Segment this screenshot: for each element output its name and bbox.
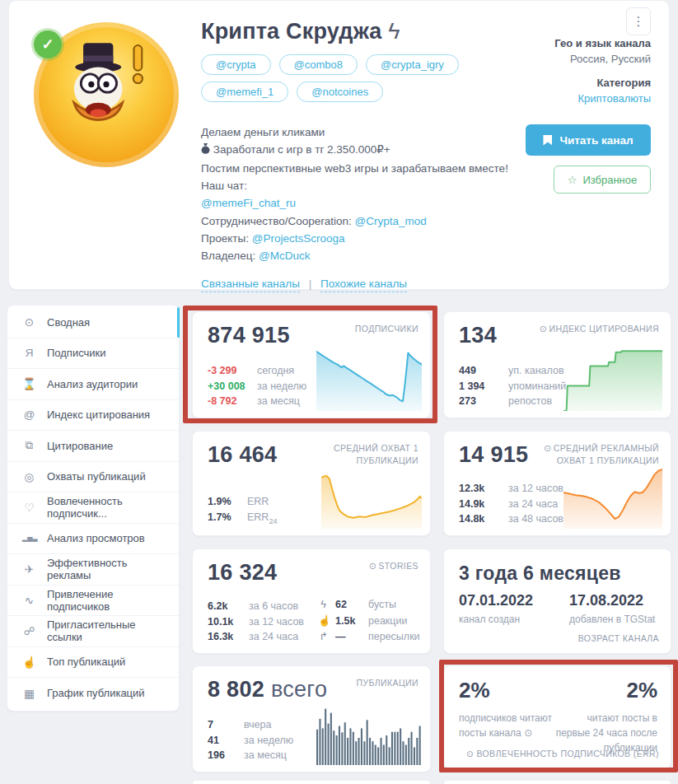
sidebar-item-label: Анализ просмотров (47, 532, 145, 544)
sidebar-menu: ⊙СводнаяЯПодписчики⌛Анализ аудитории@Инд… (7, 305, 180, 712)
added-date-label: добавлен в TGStat (569, 614, 655, 625)
sidebar-item[interactable]: ▦График публикаций (7, 678, 179, 709)
verified-badge-icon: ✓ (34, 30, 62, 58)
kebab-menu-button[interactable]: ⋮ (626, 7, 651, 35)
stat-value: 273 (459, 395, 500, 407)
channel-tag[interactable]: @crypta_igry (366, 54, 459, 75)
created-date: 07.01.2022 (459, 592, 533, 609)
bar-chart-icon: ▂▅▃ (22, 534, 36, 542)
err-left-value: 2% (459, 678, 570, 703)
stat-label: за неделю (257, 380, 306, 392)
calendar-icon: ▦ (22, 687, 36, 700)
stat-value: -8 792 (208, 395, 249, 407)
stat-label: за месяц (257, 395, 300, 407)
stat-value: 14.9k (459, 498, 500, 510)
sidebar-item[interactable]: ☍Пригласительные ссылки (7, 616, 179, 647)
hourglass-icon: ⌛ (22, 377, 36, 390)
sidebar-item[interactable]: ☝Топ публикаций (7, 647, 179, 679)
info-icon[interactable]: ⊙ (544, 443, 552, 453)
avg-reach-card-label: СРЕДНИЙ ОХВАТ 1 ПУБЛИКАЦИИ (324, 442, 418, 466)
stat-value: 1.5k (335, 615, 362, 627)
channel-title: Крипта Скруджа ϟ (201, 19, 514, 44)
sidebar-item[interactable]: ⧉Цитирование (7, 431, 179, 462)
channel-tag[interactable]: @crypta (201, 54, 271, 75)
sidebar-item[interactable]: ЯПодписчики (7, 338, 179, 370)
description-line: Делаем деньги кликами (201, 124, 514, 141)
info-icon[interactable]: ⊙ (369, 561, 377, 571)
star-icon: ☆ (568, 174, 577, 186)
stat-label: реакции (368, 615, 407, 627)
stories-card: 16 324 ⊙STORIES 6.2kза 6 часов 10.1kза 1… (192, 548, 431, 654)
subscribers-card-label: ПОДПИСЧИКИ (355, 323, 418, 335)
channel-tag[interactable]: @memefi_1 (201, 82, 288, 102)
chat-link[interactable]: @memeFi_chat_ru (201, 197, 296, 209)
related-channels-link[interactable]: Связанные каналы (201, 278, 300, 292)
description-line: Постим перспективные web3 игры и зарабат… (201, 160, 514, 177)
sidebar-item-label: Анализ аудитории (47, 378, 138, 390)
stat-label: за 24 часа (249, 631, 298, 642)
avg-reach-value: 16 464 (208, 442, 277, 468)
age-card-label: ВОЗРАСТ КАНАЛА (578, 633, 659, 643)
sidebar-item-label: Сводная (47, 316, 90, 329)
sidebar-item-label: Подписчики (47, 347, 106, 359)
stat-label: уп. каналов (508, 365, 564, 376)
stat-label: сегодня (257, 365, 294, 376)
sidebar-item[interactable]: ♡Вовлеченность подписчик... (7, 492, 179, 524)
info-icon[interactable]: ⊙ (524, 727, 532, 739)
stat-label: за 12 часов (508, 483, 563, 494)
avg-ad-reach-sparkline (563, 463, 662, 529)
sidebar-item[interactable]: ▂▅▃Анализ просмотров (7, 524, 179, 555)
stat-label: за неделю (244, 735, 293, 746)
category-label: Категория (478, 77, 651, 89)
stat-value: 7 (208, 719, 236, 730)
sidebar-item-label: Привлечение подписчиков (47, 588, 164, 613)
stat-value: 1 394 (459, 380, 500, 392)
heart-icon: ♡ (22, 501, 36, 514)
info-icon[interactable]: ⊙ (466, 749, 474, 758)
engagement-card: 2% подписчиков читают посты канала ⊙ 2% … (443, 665, 671, 769)
category-link[interactable]: Криптовалюты (478, 92, 651, 105)
sidebar-item[interactable]: ✈Эффективность рекламы (7, 554, 179, 586)
forward-icon: ↱ (318, 630, 329, 642)
stories-value: 16 324 (208, 560, 277, 586)
subscribers-sparkline (316, 342, 422, 411)
stat-value: — (335, 631, 362, 642)
gauge-icon: ⊙ (22, 315, 36, 329)
added-date: 17.08.2022 (569, 592, 655, 609)
sidebar-item[interactable]: ∿Привлечение подписчиков (7, 586, 179, 617)
similar-channels-link[interactable]: Похожие каналы (320, 278, 407, 292)
posts-card: 8 802 всего ПУБЛИКАЦИИ 7вчера 41за недел… (192, 665, 431, 772)
thumb-up-icon: ☝ (318, 614, 329, 627)
thumb-up-icon: ☝ (22, 656, 36, 669)
stat-value: +30 008 (208, 380, 249, 392)
info-icon[interactable]: ⊙ (540, 324, 548, 334)
profile-card: ✓ Крипта Скруджа ϟ @crypta@combo8@crypta… (8, 0, 670, 290)
stat-value: 1.7% (208, 511, 239, 523)
owner-link[interactable]: @McDuck (259, 250, 310, 262)
sidebar-item[interactable]: ⌛Анализ аудитории (7, 369, 179, 400)
channel-tag[interactable]: @combo8 (279, 54, 358, 75)
tag-list: @crypta@combo8@crypta_igry@memefi_1@notc… (201, 54, 485, 102)
stat-label: упоминаний (508, 380, 566, 392)
posts-card-label: ПУБЛИКАЦИИ (356, 677, 418, 689)
link-separator: | (309, 278, 312, 290)
channel-tag[interactable]: @notcoines (297, 82, 383, 102)
scrooge-coin-art (49, 34, 164, 156)
projects-link[interactable]: @ProjectsScrooga (252, 232, 345, 245)
stat-value: 6.2k (208, 600, 241, 612)
sidebar-item[interactable]: @Индекс цитирования (7, 400, 179, 432)
favorite-button[interactable]: ☆ Избранное (554, 166, 651, 194)
geo-label: Гео и язык канала (478, 37, 651, 49)
read-channel-button[interactable]: Читать канал (526, 124, 651, 156)
stat-value: 196 (208, 749, 236, 761)
cooperation-link[interactable]: @Crypta_mod (354, 215, 426, 227)
sidebar-item[interactable]: ◎Охваты публикаций (7, 462, 179, 493)
sidebar-item[interactable]: ⊙Сводная (7, 307, 179, 338)
boost-icon: ϟ (318, 599, 329, 610)
stat-value: 1.9% (208, 496, 239, 507)
lightning-icon: ϟ (388, 19, 400, 44)
sidebar-item-label: Пригласительные ссылки (47, 618, 164, 643)
avg-reach-sparkline (321, 468, 422, 529)
stat-label: ERR24 (247, 511, 277, 525)
citation-card-label: ИНДЕКС ЦИТИРОВАНИЯ (549, 324, 659, 334)
